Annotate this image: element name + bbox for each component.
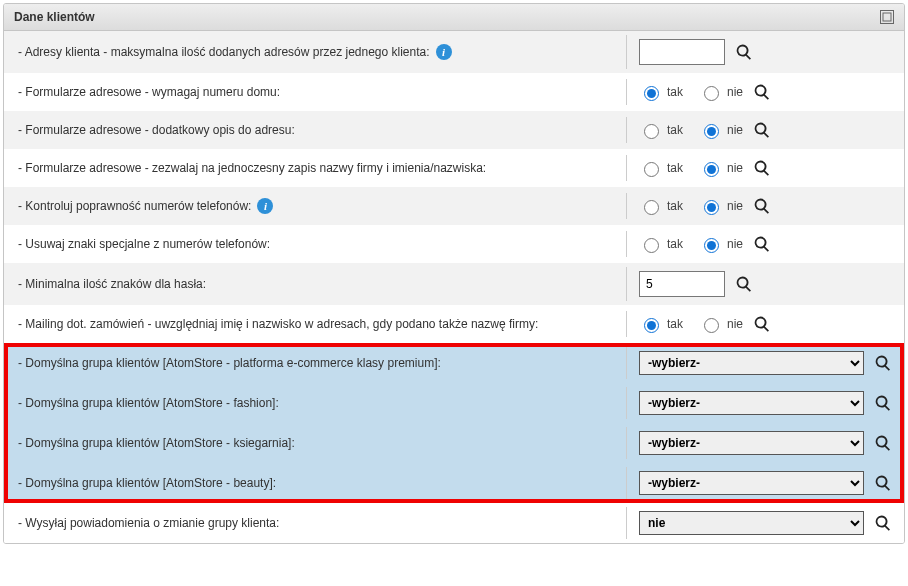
svg-rect-1 (883, 13, 891, 21)
search-icon[interactable] (735, 275, 753, 293)
row-group-change-notify: - Wysyłaj powiadomienia o zmianie grupy … (4, 503, 904, 543)
radio-yes[interactable]: tak (639, 197, 683, 215)
radio-yes-input[interactable] (644, 124, 659, 139)
row-label-text: - Kontroluj poprawność numerów telefonów… (18, 199, 251, 213)
row-default-group-fashion: - Domyślna grupa klientów [AtomStore - f… (4, 383, 904, 423)
search-icon[interactable] (735, 43, 753, 61)
default-group-select[interactable]: -wybierz- (639, 351, 864, 375)
radio-yes[interactable]: tak (639, 159, 683, 177)
row-max-addresses: - Adresy klienta - maksymalna ilość doda… (4, 31, 904, 73)
radio-yes-input[interactable] (644, 162, 659, 177)
max-addresses-input[interactable] (639, 39, 725, 65)
info-icon[interactable]: i (436, 44, 452, 60)
radio-yes-input[interactable] (644, 238, 659, 253)
row-label-text: - Formularze adresowe - zezwalaj na jedn… (18, 161, 486, 175)
row-label-text: - Domyślna grupa klientów [AtomStore - k… (18, 436, 295, 450)
svg-rect-0 (881, 11, 894, 24)
row-label-text: - Minimalna ilość znaków dla hasła: (18, 277, 206, 291)
panel-header: Dane klientów (4, 4, 904, 31)
collapse-icon[interactable] (880, 10, 894, 24)
radio-no-input[interactable] (704, 86, 719, 101)
row-company-and-name: - Formularze adresowe - zezwalaj na jedn… (4, 149, 904, 187)
search-icon[interactable] (753, 159, 771, 177)
row-label-text: - Formularze adresowe - dodatkowy opis d… (18, 123, 295, 137)
row-label-text: - Wysyłaj powiadomienia o zmianie grupy … (18, 516, 279, 530)
radio-no[interactable]: nie (699, 235, 743, 253)
radio-yes[interactable]: tak (639, 121, 683, 139)
search-icon[interactable] (753, 197, 771, 215)
search-icon[interactable] (753, 235, 771, 253)
min-password-input[interactable] (639, 271, 725, 297)
row-default-group-premium: - Domyślna grupa klientów [AtomStore - p… (4, 343, 904, 383)
radio-no[interactable]: nie (699, 83, 743, 101)
search-icon[interactable] (874, 514, 892, 532)
search-icon[interactable] (753, 121, 771, 139)
info-icon[interactable]: i (257, 198, 273, 214)
radio-yes-input[interactable] (644, 318, 659, 333)
radio-yes[interactable]: tak (639, 235, 683, 253)
group-change-notify-select[interactable]: nie (639, 511, 864, 535)
radio-no-input[interactable] (704, 238, 719, 253)
radio-no-input[interactable] (704, 162, 719, 177)
row-label-text: - Domyślna grupa klientów [AtomStore - p… (18, 356, 441, 370)
search-icon[interactable] (874, 354, 892, 372)
row-min-password: - Minimalna ilość znaków dla hasła: (4, 263, 904, 305)
row-validate-phone: - Kontroluj poprawność numerów telefonów… (4, 187, 904, 225)
radio-yes-input[interactable] (644, 200, 659, 215)
row-label-text: - Adresy klienta - maksymalna ilość doda… (18, 45, 430, 59)
radio-no[interactable]: nie (699, 159, 743, 177)
search-icon[interactable] (753, 315, 771, 333)
row-strip-special-phone: - Usuwaj znaki specjalne z numerów telef… (4, 225, 904, 263)
default-group-select[interactable]: -wybierz- (639, 391, 864, 415)
rows-container: - Adresy klienta - maksymalna ilość doda… (4, 31, 904, 543)
panel-customer-data: Dane klientów - Adresy klienta - maksyma… (3, 3, 905, 544)
row-extra-address-desc: - Formularze adresowe - dodatkowy opis d… (4, 111, 904, 149)
search-icon[interactable] (874, 474, 892, 492)
row-default-group-beauty: - Domyślna grupa klientów [AtomStore - b… (4, 463, 904, 503)
radio-no[interactable]: nie (699, 121, 743, 139)
row-label-text: - Formularze adresowe - wymagaj numeru d… (18, 85, 280, 99)
highlight-default-groups: - Domyślna grupa klientów [AtomStore - p… (4, 343, 904, 503)
row-label-text: - Domyślna grupa klientów [AtomStore - f… (18, 396, 279, 410)
radio-no-input[interactable] (704, 318, 719, 333)
radio-no[interactable]: nie (699, 197, 743, 215)
radio-yes-input[interactable] (644, 86, 659, 101)
default-group-select[interactable]: -wybierz- (639, 431, 864, 455)
radio-no-input[interactable] (704, 200, 719, 215)
radio-no-input[interactable] (704, 124, 719, 139)
row-mailing-include-name: - Mailing dot. zamówień - uwzględniaj im… (4, 305, 904, 343)
row-label-text: - Domyślna grupa klientów [AtomStore - b… (18, 476, 276, 490)
search-icon[interactable] (874, 394, 892, 412)
radio-yes[interactable]: tak (639, 83, 683, 101)
radio-no[interactable]: nie (699, 315, 743, 333)
default-group-select[interactable]: -wybierz- (639, 471, 864, 495)
row-label-text: - Usuwaj znaki specjalne z numerów telef… (18, 237, 270, 251)
row-label-text: - Mailing dot. zamówień - uwzględniaj im… (18, 317, 538, 331)
search-icon[interactable] (753, 83, 771, 101)
row-require-house-number: - Formularze adresowe - wymagaj numeru d… (4, 73, 904, 111)
radio-yes[interactable]: tak (639, 315, 683, 333)
search-icon[interactable] (874, 434, 892, 452)
panel-title: Dane klientów (14, 10, 95, 24)
row-default-group-bookstore: - Domyślna grupa klientów [AtomStore - k… (4, 423, 904, 463)
